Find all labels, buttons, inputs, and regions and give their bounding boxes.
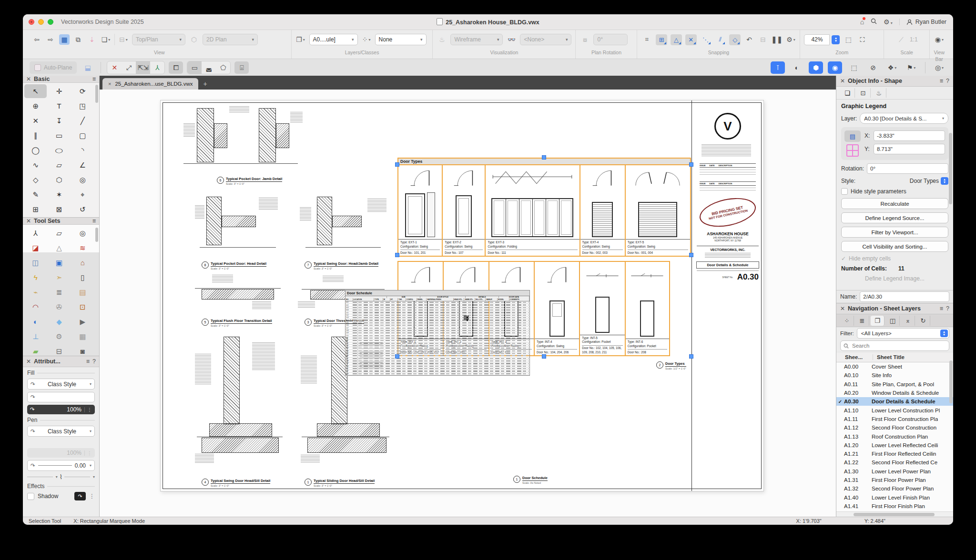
snap-to-grid-icon[interactable]: ⊞ [656,34,667,45]
design-layer-icon[interactable]: ❐▾ [295,34,306,45]
barn-house-tool[interactable]: ⌂ [71,256,94,270]
camera-tool[interactable]: ◙ [71,344,94,356]
recalculate-button[interactable]: Recalculate [841,198,948,209]
page-setup-icon[interactable]: ❏▾ [101,34,111,45]
render-style-dropdown[interactable]: <None>▾ [520,34,571,45]
settings-gear-icon[interactable]: ⚙▾ [884,18,893,26]
selection-handle[interactable] [689,354,693,359]
filter-by-viewport-button[interactable]: Filter by Viewport... [841,227,948,238]
close-attributes-palette-icon[interactable]: ✕ [26,358,31,365]
object-name-field[interactable]: 2/A0.30 [860,291,949,302]
new-tab-button[interactable]: + [203,80,207,88]
sheet-search-box[interactable] [840,340,949,351]
snap-to-angle-icon[interactable]: △ [671,34,682,45]
smart-edge-icon[interactable]: ⫽ [715,34,726,45]
zoom-window-button[interactable] [48,19,53,25]
double-line-tool[interactable]: ∥ [24,129,47,142]
basic-palette-menu-icon[interactable]: ≡ [92,76,96,82]
sheet-row-A1.30[interactable]: A1.30Lower Level Power Plan [836,467,953,476]
grid-mode-icon[interactable] [846,144,859,157]
polygon-marquee-icon[interactable]: ⬠ [216,61,230,74]
grid-snap-icon[interactable]: ⌗ [641,34,652,45]
flyover-tool[interactable]: ⟳ [71,84,94,98]
define-legend-source-button[interactable]: Define Legend Source... [841,212,948,223]
projection-dropdown[interactable]: 2D Plan▾ [203,34,258,45]
home-icon[interactable]: ⌂ [860,18,864,26]
sheet-row-A1.31[interactable]: A1.31First Floor Power Plan [836,476,953,484]
gears-tool[interactable]: ⚙ [48,330,70,343]
3d-axis-tool[interactable]: ⅄ [24,226,47,240]
rotation-field[interactable]: 0° [867,163,948,174]
y-coordinate-field[interactable]: 8.713" [874,144,945,154]
smart-points-icon[interactable]: ⋱ [700,34,712,45]
class-icon[interactable]: ⁘▾ [361,34,372,45]
selection-handle[interactable] [689,162,693,167]
toolsets-palette-menu-icon[interactable]: ≡ [92,218,96,224]
active-class-dropdown[interactable]: None▾ [375,34,427,45]
sheet-row-A1.40[interactable]: A1.40Lower Level Finish Plan [836,493,953,501]
pen-style-dropdown[interactable]: ↷Class Style▾ [27,426,95,437]
selection-handle[interactable] [395,162,399,167]
lighting-options-icon[interactable]: ❖▾ [885,61,899,74]
pan-tool[interactable]: ✛ [48,84,70,98]
search-icon[interactable] [871,18,877,26]
split-view-icon[interactable]: ⊟ [758,34,768,45]
zoom-stepper[interactable]: ▲▼ [832,35,840,44]
close-window-button[interactable] [29,19,34,25]
layer-stack-icon[interactable]: ⧉ [73,34,83,45]
auto-plane-toggle[interactable]: Auto-Plane [30,61,77,74]
view-bar-options-icon[interactable]: ◉▾ [934,34,945,45]
curve-icon[interactable]: ↶ [744,34,754,45]
filter-dropdown[interactable]: <All Layers> ▲▼ [857,328,949,339]
plane-mode-icon[interactable]: ⬓ [81,61,95,74]
shape-pane-tool[interactable]: ◇ [24,173,47,187]
view-mode-dropdown[interactable]: Top/Plan▾ [132,34,185,45]
quick-preferences-icon[interactable]: ◎▾ [932,61,946,74]
close-tab-icon[interactable]: × [108,81,111,87]
ruler-tool[interactable]: ▤ [71,285,94,299]
shadow-options-icon[interactable]: ⋮ [89,493,95,500]
screw-hardware-tool[interactable]: ✇ [48,300,70,314]
style-stepper[interactable]: ▲▼ [941,177,948,185]
shape-tab[interactable]: ❏ [840,88,855,98]
disable-interactive-scaling-icon[interactable]: ✕ [107,61,122,74]
layer-dropdown[interactable]: A0.30 [Door Details & S...▾ [860,113,948,124]
truss-beam-tool[interactable]: ≣ [48,285,70,299]
plan-rotation-icon[interactable]: ⧇ [580,34,590,45]
snapping-settings-icon[interactable]: ⚙▾ [785,34,796,45]
3d-axis-mode-icon[interactable]: ⅄ [150,61,164,74]
visibility-mode-icon[interactable]: ◉ [828,61,842,74]
spring-tool[interactable]: ≋ [71,241,94,255]
selection-tool[interactable]: ↖ [24,84,47,98]
circle-tool[interactable]: ◯ [24,143,47,157]
sheet-layers-nav-icon[interactable]: ❐ [871,316,884,326]
minimize-window-button[interactable] [38,19,44,25]
basic-palette-scrollbar[interactable] [95,85,98,103]
arc-tool[interactable]: ◝ [71,143,94,157]
references-nav-icon[interactable]: ↻ [916,316,930,326]
unrestricted-scaling-icon[interactable]: ⇱⇲ [136,61,150,74]
polygon-3d-tool[interactable]: ▱ [48,226,70,240]
sheet-row-A0.10[interactable]: A0.10Site Info [836,371,953,380]
toolsets-scrollbar[interactable] [95,228,98,242]
attributes-help-icon[interactable]: ? [92,358,96,365]
snap-to-geometry-icon[interactable]: ◇ [729,34,741,45]
rectangular-marquee-icon[interactable]: ▭ [187,61,202,74]
projection-cube-icon[interactable]: ⬡ [189,34,199,45]
object-info-help-icon[interactable]: ? [946,78,949,84]
object-info-scrollbar[interactable] [949,133,952,204]
site-area-tool[interactable]: ▰ [24,344,47,356]
selection-handle[interactable] [395,354,399,359]
scale-icon[interactable]: ⟋ [896,34,906,45]
close-basic-palette-icon[interactable]: ✕ [26,76,31,82]
sheet-row-A1.20[interactable]: A1.20Lower Level Reflected Ceili [836,441,953,450]
drawing-canvas[interactable]: 6 Typical Pocket Door: Jamb DetailScale:… [100,90,836,517]
line-weight-dropdown[interactable]: ↷0.00▾ [27,460,95,471]
snap-to-intersection-icon[interactable]: ✕ [685,34,697,45]
attributes-palette-menu-icon[interactable]: ≡ [86,358,90,365]
projection-screen-tool[interactable]: ▣ [48,256,70,270]
sheet-search-input[interactable] [851,342,946,349]
close-navigation-icon[interactable]: ✕ [840,305,845,312]
sheet-number-column-header[interactable]: Shee... [836,354,873,360]
viewports-nav-icon[interactable]: ◫ [886,316,900,326]
